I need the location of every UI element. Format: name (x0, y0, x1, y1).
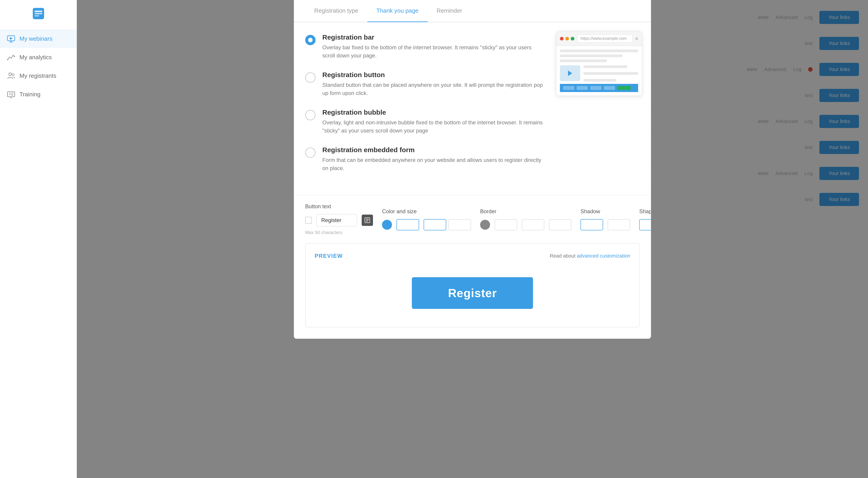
shape-input-1[interactable] (639, 219, 651, 231)
modal-tabs: Registration type Thank you page Reminde… (294, 0, 651, 22)
option-registration-embedded[interactable]: Registration embedded form Form that can… (305, 146, 545, 172)
modal-body: Registration bar Overlay bar fixed to th… (294, 22, 651, 195)
svg-point-10 (9, 73, 11, 76)
border-input-2[interactable] (522, 219, 544, 231)
browser-line-2 (560, 55, 622, 57)
preview-button-container: Register (315, 268, 630, 318)
main-area: elete Advanced Log Your links test Your … (77, 0, 868, 478)
svg-rect-12 (7, 92, 15, 97)
browser-toolbar: https://www.example.com ≡ (556, 31, 642, 46)
radio-registration-bubble[interactable] (305, 110, 315, 120)
controls-row: Button text (305, 203, 640, 235)
advanced-customization-link[interactable]: advanced customization (577, 253, 630, 259)
radio-inner (308, 38, 313, 42)
border-color-swatch[interactable] (480, 220, 490, 230)
svg-rect-2 (35, 13, 42, 14)
radio-registration-bar[interactable] (305, 35, 315, 45)
preview-register-button[interactable]: Register (412, 277, 533, 309)
tab-registration-type[interactable]: Registration type (305, 0, 367, 22)
registration-button-desc: Standard button that can be placed anywh… (322, 81, 545, 97)
color-size-input-3[interactable] (448, 219, 471, 231)
shadow-input-2[interactable] (608, 219, 630, 231)
browser-mock: https://www.example.com ≡ (556, 31, 642, 96)
border-fields (480, 219, 571, 231)
sidebar-logo (32, 7, 45, 20)
max-chars-label: Max 50 characters (305, 230, 373, 235)
browser-menu-icon: ≡ (635, 36, 638, 41)
shadow-label: Shadow (581, 208, 630, 215)
bar-btn-2 (577, 86, 588, 90)
registration-button-text: Registration button Standard button that… (322, 71, 545, 97)
browser-text-line-3 (583, 79, 616, 82)
bottom-controls: Button text (294, 195, 651, 243)
button-text-fields (305, 214, 373, 226)
browser-dot-red (560, 37, 563, 40)
browser-dots (560, 37, 575, 40)
sidebar: My webinars My analytics My registrants … (0, 0, 77, 478)
shadow-group: Shadow (581, 208, 630, 231)
modal-overlay: Registration type Thank you page Reminde… (77, 0, 868, 478)
registration-bar-text: Registration bar Overlay bar fixed to th… (322, 33, 545, 60)
browser-text-line-1 (583, 65, 627, 68)
preview-link-text: Read about advanced customization (550, 253, 630, 259)
svg-point-8 (7, 59, 8, 60)
browser-text-lines (583, 65, 638, 84)
button-text-input[interactable] (316, 214, 357, 226)
preview-title: PREVIEW (315, 253, 343, 259)
color-size-label: Color and size (382, 208, 471, 215)
sidebar-item-my-registrants[interactable]: My registrants (0, 66, 76, 85)
color-swatch-blue[interactable] (382, 220, 392, 230)
preview-section: PREVIEW Read about advanced customizatio… (305, 243, 640, 327)
sidebar-item-training[interactable]: Training (0, 85, 76, 103)
shape-fields (639, 219, 651, 231)
sidebar-item-my-analytics-label: My analytics (20, 54, 52, 61)
option-registration-bubble[interactable]: Registration bubble Overlay, light and n… (305, 109, 545, 135)
tab-thank-you-page[interactable]: Thank you page (367, 0, 428, 22)
color-size-input-1[interactable] (397, 219, 419, 231)
sidebar-item-my-registrants-label: My registrants (20, 72, 56, 79)
bar-btn-3 (590, 86, 601, 90)
sidebar-item-my-webinars[interactable]: My webinars (0, 29, 76, 48)
svg-point-11 (12, 74, 14, 76)
option-registration-bar[interactable]: Registration bar Overlay bar fixed to th… (305, 33, 545, 60)
button-text-group: Button text (305, 203, 373, 235)
shadow-input-1[interactable] (581, 219, 603, 231)
play-icon (568, 70, 572, 76)
registration-embedded-title: Registration embedded form (322, 146, 545, 154)
button-text-icon-btn[interactable] (362, 215, 373, 226)
browser-url-bar: https://www.example.com (577, 35, 632, 42)
color-size-fields (382, 219, 471, 231)
bar-btn-register (617, 86, 631, 90)
browser-dot-yellow (565, 37, 569, 40)
option-registration-button[interactable]: Registration button Standard button that… (305, 71, 545, 97)
registration-button-title: Registration button (322, 71, 545, 79)
button-text-checkbox[interactable] (305, 217, 312, 223)
registration-bar-desc: Overlay bar fixed to the bottom of the i… (322, 43, 545, 60)
border-input-3[interactable] (549, 219, 571, 231)
bar-btn-4 (604, 86, 615, 90)
button-text-label: Button text (305, 203, 373, 210)
border-input-1[interactable] (495, 219, 517, 231)
radio-registration-button[interactable] (305, 72, 315, 83)
svg-rect-3 (35, 15, 39, 17)
border-label: Border (480, 208, 571, 215)
svg-point-9 (14, 56, 15, 57)
browser-content-row (560, 65, 638, 84)
registration-embedded-text: Registration embedded form Form that can… (322, 146, 545, 172)
registration-bubble-text: Registration bubble Overlay, light and n… (322, 109, 545, 135)
modal-dialog: Registration type Thank you page Reminde… (294, 0, 651, 339)
shape-group: Shape (639, 208, 651, 231)
browser-content (556, 46, 642, 96)
color-size-group: Color and size (382, 208, 471, 231)
color-size-input-2[interactable] (424, 219, 446, 231)
registration-bar-title: Registration bar (322, 33, 545, 41)
radio-registration-embedded[interactable] (305, 147, 315, 158)
browser-line-3 (560, 59, 607, 62)
registration-embedded-desc: Form that can be embedded anywhere on yo… (322, 156, 545, 172)
bar-btn-1 (563, 86, 575, 90)
sidebar-item-my-analytics[interactable]: My analytics (0, 48, 76, 66)
browser-line-1 (560, 50, 638, 52)
browser-text-line-2 (583, 72, 638, 75)
tab-reminder[interactable]: Reminder (428, 0, 471, 22)
sidebar-item-my-webinars-label: My webinars (20, 35, 53, 42)
